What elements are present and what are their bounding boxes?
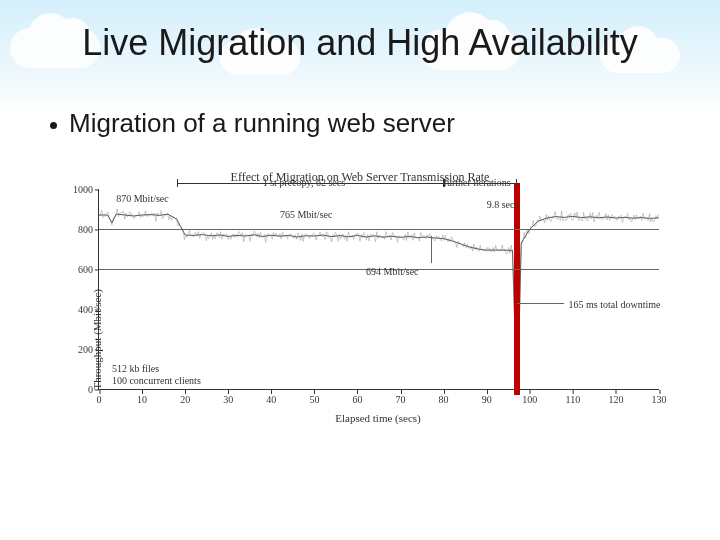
x-tick-label: 90 <box>482 394 492 405</box>
x-tick-label: 10 <box>137 394 147 405</box>
x-tick-label: 60 <box>352 394 362 405</box>
chart-plot-area: Throughput (Mbit/sec) 020040060080010000… <box>98 189 659 390</box>
annotation-precopy: 1 st precopy, 62 secs <box>263 177 345 188</box>
y-tick-label: 800 <box>61 224 93 235</box>
leader-line <box>517 303 564 304</box>
x-tick-label: 0 <box>97 394 102 405</box>
chart-note-clients: 100 concurrent clients <box>112 375 201 386</box>
leader-line <box>431 236 432 263</box>
annotation-765: 765 Mbit/sec <box>280 209 333 220</box>
bullet-text: Migration of a running web server <box>69 108 455 138</box>
slide-title: Live Migration and High Availability <box>0 22 720 64</box>
x-tick-label: 40 <box>266 394 276 405</box>
annotation-downtime: 165 ms total downtime <box>569 299 661 310</box>
x-tick-label: 100 <box>522 394 537 405</box>
x-axis-label: Elapsed time (secs) <box>98 412 658 424</box>
gridline <box>99 229 659 230</box>
x-tick-label: 110 <box>566 394 581 405</box>
annotation-further: further iterations <box>444 177 511 188</box>
bullet-item: Migration of a running web server <box>50 108 455 139</box>
annotation-9p8: 9.8 secs <box>487 199 519 210</box>
bullet-dot-icon <box>50 122 57 129</box>
x-tick-label: 20 <box>180 394 190 405</box>
y-tick-label: 200 <box>61 344 93 355</box>
x-tick-label: 130 <box>652 394 667 405</box>
chart-line-series <box>99 189 659 389</box>
y-tick-label: 400 <box>61 304 93 315</box>
annotation-694: 694 Mbit/sec <box>366 266 419 277</box>
migration-downtime-marker <box>514 183 520 395</box>
y-tick-label: 1000 <box>61 184 93 195</box>
x-tick-label: 70 <box>396 394 406 405</box>
x-tick-label: 120 <box>608 394 623 405</box>
x-tick-label: 80 <box>439 394 449 405</box>
x-tick-label: 30 <box>223 394 233 405</box>
chart-note-filesize: 512 kb files <box>112 363 159 374</box>
y-tick-label: 0 <box>61 384 93 395</box>
y-tick-label: 600 <box>61 264 93 275</box>
chart-container: Effect of Migration on Web Server Transm… <box>60 170 660 450</box>
annotation-870: 870 Mbit/sec <box>116 193 169 204</box>
x-tick-label: 50 <box>309 394 319 405</box>
